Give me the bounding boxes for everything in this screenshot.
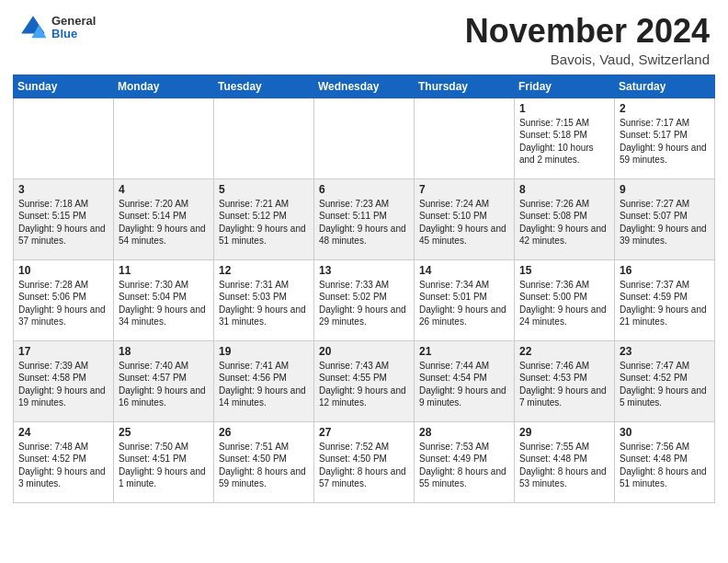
day-header-thursday: Thursday — [415, 75, 515, 98]
cell-daylight-text: Sunrise: 7:53 AM Sunset: 4:49 PM Dayligh… — [419, 441, 509, 490]
cell-daylight-text: Sunrise: 7:44 AM Sunset: 4:54 PM Dayligh… — [419, 360, 509, 409]
page: General Blue November 2024 Bavois, Vaud,… — [0, 0, 728, 563]
cal-cell: 6Sunrise: 7:23 AM Sunset: 5:11 PM Daylig… — [314, 178, 415, 259]
day-header-friday: Friday — [515, 75, 615, 98]
week-row-2: 10Sunrise: 7:28 AM Sunset: 5:06 PM Dayli… — [14, 259, 715, 340]
cell-daylight-text: Sunrise: 7:23 AM Sunset: 5:11 PM Dayligh… — [319, 198, 409, 247]
cell-daylight-text: Sunrise: 7:20 AM Sunset: 5:14 PM Dayligh… — [119, 198, 209, 247]
cell-daylight-text: Sunrise: 7:30 AM Sunset: 5:04 PM Dayligh… — [119, 279, 209, 328]
cell-daylight-text: Sunrise: 7:56 AM Sunset: 4:48 PM Dayligh… — [620, 441, 710, 490]
day-number: 17 — [18, 345, 108, 358]
cal-cell: 27Sunrise: 7:52 AM Sunset: 4:50 PM Dayli… — [314, 421, 415, 502]
header: General Blue November 2024 Bavois, Vaud,… — [0, 0, 728, 75]
cal-cell: 30Sunrise: 7:56 AM Sunset: 4:48 PM Dayli… — [615, 421, 715, 502]
cal-cell: 9Sunrise: 7:27 AM Sunset: 5:07 PM Daylig… — [615, 178, 715, 259]
day-number: 13 — [319, 264, 409, 277]
cal-cell: 29Sunrise: 7:55 AM Sunset: 4:48 PM Dayli… — [515, 421, 615, 502]
day-number: 28 — [419, 426, 509, 439]
week-row-4: 24Sunrise: 7:48 AM Sunset: 4:52 PM Dayli… — [14, 421, 715, 502]
day-number: 24 — [18, 426, 108, 439]
calendar-container: SundayMondayTuesdayWednesdayThursdayFrid… — [13, 75, 715, 503]
cal-cell: 23Sunrise: 7:47 AM Sunset: 4:52 PM Dayli… — [615, 340, 715, 421]
cell-daylight-text: Sunrise: 7:55 AM Sunset: 4:48 PM Dayligh… — [519, 441, 609, 490]
cal-cell: 15Sunrise: 7:36 AM Sunset: 5:00 PM Dayli… — [515, 259, 615, 340]
day-number: 16 — [620, 264, 710, 277]
week-row-3: 17Sunrise: 7:39 AM Sunset: 4:58 PM Dayli… — [14, 340, 715, 421]
cell-daylight-text: Sunrise: 7:28 AM Sunset: 5:06 PM Dayligh… — [18, 279, 108, 328]
day-number: 9 — [620, 183, 710, 196]
cell-daylight-text: Sunrise: 7:37 AM Sunset: 4:59 PM Dayligh… — [620, 279, 710, 328]
week-row-1: 3Sunrise: 7:18 AM Sunset: 5:15 PM Daylig… — [14, 178, 715, 259]
cell-daylight-text: Sunrise: 7:46 AM Sunset: 4:53 PM Dayligh… — [519, 360, 609, 409]
cal-cell: 2Sunrise: 7:17 AM Sunset: 5:17 PM Daylig… — [615, 98, 715, 178]
cal-cell: 21Sunrise: 7:44 AM Sunset: 4:54 PM Dayli… — [415, 340, 515, 421]
day-number: 11 — [119, 264, 209, 277]
cal-cell: 25Sunrise: 7:50 AM Sunset: 4:51 PM Dayli… — [114, 421, 214, 502]
day-number: 5 — [219, 183, 309, 196]
cell-daylight-text: Sunrise: 7:33 AM Sunset: 5:02 PM Dayligh… — [319, 279, 409, 328]
cal-cell: 16Sunrise: 7:37 AM Sunset: 4:59 PM Dayli… — [615, 259, 715, 340]
day-number: 22 — [519, 345, 609, 358]
cell-daylight-text: Sunrise: 7:51 AM Sunset: 4:50 PM Dayligh… — [219, 441, 309, 490]
day-number: 10 — [18, 264, 108, 277]
day-header-sunday: Sunday — [14, 75, 114, 98]
cal-cell — [214, 98, 314, 178]
cal-cell: 26Sunrise: 7:51 AM Sunset: 4:50 PM Dayli… — [214, 421, 314, 502]
cell-daylight-text: Sunrise: 7:15 AM Sunset: 5:18 PM Dayligh… — [519, 117, 609, 167]
cell-daylight-text: Sunrise: 7:50 AM Sunset: 4:51 PM Dayligh… — [119, 441, 209, 490]
cal-cell: 12Sunrise: 7:31 AM Sunset: 5:03 PM Dayli… — [214, 259, 314, 340]
cell-daylight-text: Sunrise: 7:41 AM Sunset: 4:56 PM Dayligh… — [219, 360, 309, 409]
cell-daylight-text: Sunrise: 7:34 AM Sunset: 5:01 PM Dayligh… — [419, 279, 509, 328]
cell-daylight-text: Sunrise: 7:26 AM Sunset: 5:08 PM Dayligh… — [519, 198, 609, 247]
day-number: 4 — [119, 183, 209, 196]
logo-blue: Blue — [51, 28, 96, 40]
day-number: 6 — [319, 183, 409, 196]
day-number: 2 — [620, 102, 710, 115]
cell-daylight-text: Sunrise: 7:47 AM Sunset: 4:52 PM Dayligh… — [620, 360, 710, 409]
cell-daylight-text: Sunrise: 7:39 AM Sunset: 4:58 PM Dayligh… — [18, 360, 108, 409]
cal-cell: 17Sunrise: 7:39 AM Sunset: 4:58 PM Dayli… — [14, 340, 114, 421]
cal-cell: 24Sunrise: 7:48 AM Sunset: 4:52 PM Dayli… — [14, 421, 114, 502]
cal-cell — [314, 98, 415, 178]
day-number: 12 — [219, 264, 309, 277]
logo: General Blue — [18, 13, 96, 42]
month-title: November 2024 — [465, 13, 710, 50]
cal-cell: 11Sunrise: 7:30 AM Sunset: 5:04 PM Dayli… — [114, 259, 214, 340]
day-number: 18 — [119, 345, 209, 358]
cal-cell: 20Sunrise: 7:43 AM Sunset: 4:55 PM Dayli… — [314, 340, 415, 421]
cell-daylight-text: Sunrise: 7:43 AM Sunset: 4:55 PM Dayligh… — [319, 360, 409, 409]
day-number: 19 — [219, 345, 309, 358]
day-number: 30 — [620, 426, 710, 439]
day-header-saturday: Saturday — [615, 75, 715, 98]
cal-cell: 19Sunrise: 7:41 AM Sunset: 4:56 PM Dayli… — [214, 340, 314, 421]
cell-daylight-text: Sunrise: 7:27 AM Sunset: 5:07 PM Dayligh… — [620, 198, 710, 247]
cell-daylight-text: Sunrise: 7:40 AM Sunset: 4:57 PM Dayligh… — [119, 360, 209, 409]
cell-daylight-text: Sunrise: 7:36 AM Sunset: 5:00 PM Dayligh… — [519, 279, 609, 328]
cal-cell: 28Sunrise: 7:53 AM Sunset: 4:49 PM Dayli… — [415, 421, 515, 502]
week-row-0: 1Sunrise: 7:15 AM Sunset: 5:18 PM Daylig… — [14, 98, 715, 178]
cal-cell: 14Sunrise: 7:34 AM Sunset: 5:01 PM Dayli… — [415, 259, 515, 340]
day-number: 23 — [620, 345, 710, 358]
day-number: 21 — [419, 345, 509, 358]
day-number: 3 — [18, 183, 108, 196]
cal-cell — [114, 98, 214, 178]
cal-cell: 7Sunrise: 7:24 AM Sunset: 5:10 PM Daylig… — [415, 178, 515, 259]
cell-daylight-text: Sunrise: 7:48 AM Sunset: 4:52 PM Dayligh… — [18, 441, 108, 490]
cell-daylight-text: Sunrise: 7:18 AM Sunset: 5:15 PM Dayligh… — [18, 198, 108, 247]
cal-cell: 3Sunrise: 7:18 AM Sunset: 5:15 PM Daylig… — [14, 178, 114, 259]
cal-cell: 1Sunrise: 7:15 AM Sunset: 5:18 PM Daylig… — [515, 98, 615, 178]
cal-cell: 4Sunrise: 7:20 AM Sunset: 5:14 PM Daylig… — [114, 178, 214, 259]
location: Bavois, Vaud, Switzerland — [465, 52, 710, 67]
cell-daylight-text: Sunrise: 7:17 AM Sunset: 5:17 PM Dayligh… — [620, 117, 710, 167]
day-number: 20 — [319, 345, 409, 358]
cell-daylight-text: Sunrise: 7:31 AM Sunset: 5:03 PM Dayligh… — [219, 279, 309, 328]
day-header-row: SundayMondayTuesdayWednesdayThursdayFrid… — [14, 75, 715, 98]
cell-daylight-text: Sunrise: 7:52 AM Sunset: 4:50 PM Dayligh… — [319, 441, 409, 490]
calendar-table: SundayMondayTuesdayWednesdayThursdayFrid… — [13, 75, 715, 503]
day-number: 8 — [519, 183, 609, 196]
cell-daylight-text: Sunrise: 7:24 AM Sunset: 5:10 PM Dayligh… — [419, 198, 509, 247]
logo-icon — [18, 13, 48, 42]
day-header-tuesday: Tuesday — [214, 75, 314, 98]
cell-daylight-text: Sunrise: 7:21 AM Sunset: 5:12 PM Dayligh… — [219, 198, 309, 247]
day-number: 27 — [319, 426, 409, 439]
